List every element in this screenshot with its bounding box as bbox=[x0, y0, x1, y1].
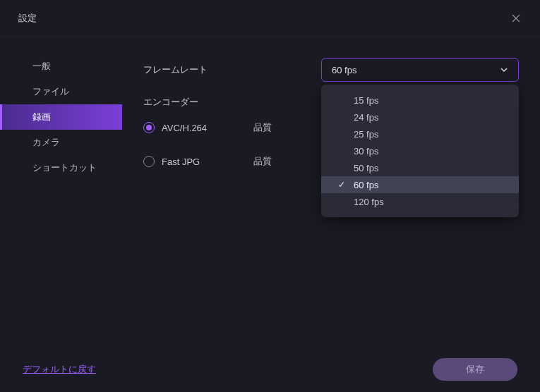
close-button[interactable] bbox=[506, 8, 526, 28]
sidebar-item-label: カメラ bbox=[32, 136, 60, 149]
framerate-label: フレームレート bbox=[143, 63, 208, 76]
dialog-body: 一般 ファイル 録画 カメラ ショートカット フレームレート 60 fps bbox=[0, 37, 540, 347]
framerate-dropdown: 15 fps 24 fps 25 fps 30 fps 50 fps 60 fp… bbox=[321, 85, 519, 217]
dropdown-item-label: 60 fps bbox=[354, 180, 378, 190]
sidebar-item-general[interactable]: 一般 bbox=[0, 54, 122, 79]
framerate-option-24[interactable]: 24 fps bbox=[321, 109, 519, 125]
quality-label-fastjpg: 品質 bbox=[253, 155, 272, 168]
sidebar-item-label: ファイル bbox=[32, 85, 69, 98]
framerate-option-25[interactable]: 25 fps bbox=[321, 125, 519, 142]
save-button[interactable]: 保存 bbox=[433, 358, 517, 381]
chevron-down-icon bbox=[500, 66, 508, 74]
dropdown-item-label: 25 fps bbox=[354, 129, 378, 140]
sidebar-item-camera[interactable]: カメラ bbox=[0, 130, 122, 155]
framerate-option-120[interactable]: 120 fps bbox=[321, 193, 519, 210]
dropdown-item-label: 15 fps bbox=[354, 95, 378, 106]
framerate-select-wrapper: 60 fps 15 fps 24 fps 25 fps 30 fps 50 fp… bbox=[321, 58, 519, 82]
framerate-selected-value: 60 fps bbox=[332, 65, 356, 75]
dialog-title: 設定 bbox=[18, 12, 37, 25]
framerate-option-50[interactable]: 50 fps bbox=[321, 159, 519, 176]
encoder-radio-label: Fast JPG bbox=[162, 157, 253, 167]
dialog-footer: デフォルトに戻す 保存 bbox=[0, 347, 540, 392]
encoder-radio-fastjpg[interactable] bbox=[143, 156, 155, 167]
close-icon bbox=[511, 13, 521, 23]
dropdown-item-label: 120 fps bbox=[354, 197, 384, 207]
sidebar-item-recording[interactable]: 録画 bbox=[0, 104, 122, 130]
framerate-option-60[interactable]: 60 fps bbox=[321, 176, 519, 193]
framerate-row: フレームレート 60 fps 15 fps 24 fps 25 fps 30 f… bbox=[143, 58, 519, 82]
framerate-option-30[interactable]: 30 fps bbox=[321, 142, 519, 159]
encoder-radio-avc[interactable] bbox=[143, 122, 155, 133]
dropdown-item-label: 24 fps bbox=[354, 112, 378, 123]
framerate-option-15[interactable]: 15 fps bbox=[321, 92, 519, 109]
sidebar-item-shortcut[interactable]: ショートカット bbox=[0, 155, 122, 180]
sidebar-item-label: 録画 bbox=[32, 111, 51, 123]
encoder-radio-label: AVC/H.264 bbox=[162, 123, 253, 133]
titlebar: 設定 bbox=[0, 0, 540, 37]
sidebar: 一般 ファイル 録画 カメラ ショートカット bbox=[0, 37, 122, 347]
reset-defaults-link[interactable]: デフォルトに戻す bbox=[23, 363, 96, 376]
sidebar-item-label: 一般 bbox=[32, 60, 51, 73]
sidebar-item-file[interactable]: ファイル bbox=[0, 79, 122, 104]
sidebar-item-label: ショートカット bbox=[32, 161, 97, 174]
framerate-select[interactable]: 60 fps bbox=[321, 58, 519, 82]
content-area: フレームレート 60 fps 15 fps 24 fps 25 fps 30 f… bbox=[122, 37, 540, 347]
dropdown-item-label: 50 fps bbox=[354, 163, 378, 173]
dropdown-item-label: 30 fps bbox=[354, 146, 378, 157]
quality-label-avc: 品質 bbox=[253, 121, 272, 134]
